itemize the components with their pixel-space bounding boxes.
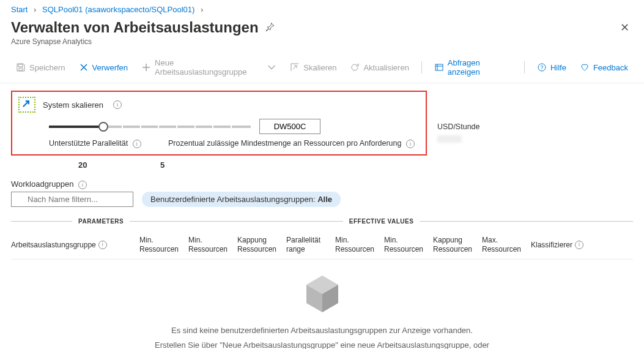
empty-line-2: Erstellen Sie über "Neue Arbeitsauslastu… [151,340,494,349]
help-button[interactable]: ? Hilfe [532,60,571,75]
empty-cube-icon [304,274,341,314]
metric-min-resources-label: Prozentual zulässige Mindestmenge an Res… [168,139,419,148]
pin-icon[interactable] [265,22,275,34]
scale-system-panel: System skalieren i Unterstützt [11,91,427,156]
info-icon[interactable]: i [406,140,415,148]
col-cap-res-1: KappungRessourcen [237,236,286,254]
queries-icon [434,62,444,72]
col-cap-res-2: KappungRessourcen [433,236,482,254]
show-queries-button[interactable]: Abfragen anzeigen [429,56,517,79]
col-parallel: Parallelitätrange [286,236,335,254]
plus-icon [141,62,151,72]
chevron-right-icon: › [34,5,36,14]
info-icon[interactable]: i [113,100,122,109]
slider-thumb[interactable] [98,122,108,132]
col-min-res-3: Min.Ressourcen [335,236,384,254]
close-icon[interactable]: ✕ [616,21,633,34]
page-title: Verwalten von Arbeitsauslastungen [11,19,259,36]
breadcrumb: Start › SQLPool01 (asaworkspacecto/SQLPo… [0,0,644,17]
filter-pill[interactable]: Benutzerdefinierte Arbeitsauslastungsgru… [142,192,341,207]
scale-system-label: System skalieren [43,100,103,110]
effective-section-label: EFFECTIVE VALUES [349,218,414,225]
page-subtitle: Azure Synapse Analytics [0,36,644,52]
info-icon[interactable]: i [98,241,107,249]
col-min-res-4: Min.Ressourcen [384,236,433,254]
filter-input[interactable] [11,192,133,207]
parameters-section-label: PARAMETERS [78,218,124,225]
metric-parallelism-value: 20 [53,160,160,170]
col-min-res-1: Min.Ressourcen [139,236,188,254]
scale-system-icon [18,97,35,113]
col-max-res: Max.Ressourcen [482,236,531,254]
separator [524,61,525,73]
table-header: Arbeitsauslastungsgruppe i Min.Ressource… [11,236,633,260]
help-icon: ? [537,62,547,72]
empty-line-1: Es sind keine benutzerdefinierten Arbeit… [11,325,633,336]
metric-min-resources-value: 5 [160,160,165,170]
save-icon [16,62,26,72]
info-icon[interactable]: i [133,140,141,148]
scale-button[interactable]: Skalieren [285,60,341,75]
workload-groups-label: Workloadgruppen i [11,179,633,189]
metric-usd-label: USD/Stunde [437,122,479,131]
info-icon[interactable]: i [78,181,87,189]
separator [421,61,422,73]
chevron-right-icon: › [201,5,203,14]
feedback-button[interactable]: Feedback [575,60,633,75]
heart-icon [580,62,590,72]
metric-usd-value [437,135,462,143]
svg-text:?: ? [540,64,543,70]
metric-parallelism-label: Unterstützte Parallelität i [49,139,168,148]
new-group-button[interactable]: Neue Arbeitsauslastungsgruppe [136,56,281,79]
empty-state: Es sind keine benutzerdefinierten Arbeit… [11,274,633,349]
scale-slider[interactable] [49,121,251,133]
section-header-row: PARAMETERS EFFECTIVE VALUES [11,218,633,225]
discard-button[interactable]: Verwerfen [74,60,133,75]
scale-value-input[interactable] [259,119,320,134]
toolbar: Speichern Verwerfen Neue Arbeitsauslastu… [0,52,644,83]
col-min-res-2: Min.Ressourcen [188,236,237,254]
scale-icon [290,62,300,72]
refresh-icon [350,62,360,72]
close-icon [79,62,89,72]
save-button[interactable]: Speichern [11,60,70,75]
refresh-button[interactable]: Aktualisieren [345,60,413,75]
col-group: Arbeitsauslastungsgruppe i [11,236,139,254]
breadcrumb-pool[interactable]: SQLPool01 (asaworkspacecto/SQLPool01) [42,5,194,14]
chevron-down-icon [267,62,276,72]
svg-rect-0 [435,64,443,70]
col-classifier: Klassifizierer i [531,236,633,254]
info-icon[interactable]: i [575,241,583,249]
breadcrumb-start[interactable]: Start [11,5,28,14]
